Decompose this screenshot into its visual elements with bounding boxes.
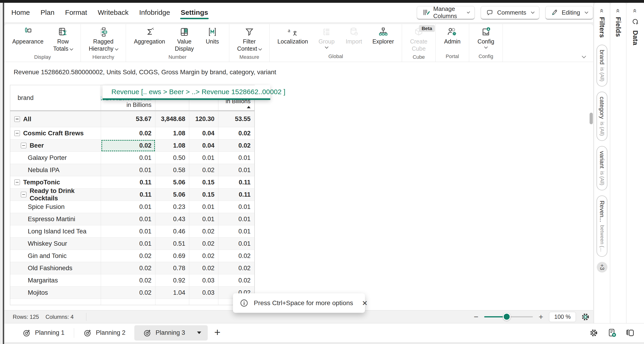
- data-cell[interactable]: 0.03: [189, 287, 218, 299]
- data-cell[interactable]: 0.02: [101, 287, 156, 299]
- zoom-in-button[interactable]: +: [538, 312, 544, 321]
- data-cell[interactable]: 0.01: [101, 201, 156, 213]
- ribbon-item-aggregation[interactable]: Aggregation: [130, 26, 168, 53]
- data-cell[interactable]: 0.11: [218, 189, 254, 201]
- data-cell[interactable]: 0.02: [101, 250, 156, 262]
- menu-item-infobridge[interactable]: Infobridge: [139, 8, 170, 16]
- data-cell[interactable]: 0.01: [218, 152, 254, 164]
- row-label-cell[interactable]: Beer: [10, 139, 101, 152]
- collapse-panel-icon[interactable]: «: [598, 9, 606, 13]
- filter-chip-brand[interactable]: brandis (All): [596, 45, 608, 86]
- sheet-tab-planning-2[interactable]: Planning 2: [74, 325, 134, 341]
- data-cell[interactable]: 1.08: [156, 139, 189, 152]
- ribbon-item-admin[interactable]: Admin: [440, 26, 464, 52]
- data-cell[interactable]: 0.02: [218, 139, 254, 152]
- row-label-cell[interactable]: Galaxy Porter: [10, 152, 101, 164]
- data-cell[interactable]: 0.51: [156, 238, 189, 250]
- add-sheet-button[interactable]: +: [214, 327, 220, 338]
- menu-item-settings[interactable]: Settings: [181, 8, 208, 16]
- collapse-toggle-icon[interactable]: [21, 192, 26, 197]
- editing-button[interactable]: Editing: [545, 6, 593, 19]
- data-cell[interactable]: 0.23: [156, 201, 189, 213]
- data-cell[interactable]: 0.92: [156, 274, 189, 287]
- data-cell[interactable]: 0.78: [156, 262, 189, 274]
- collapse-toggle-icon[interactable]: [14, 116, 20, 122]
- sheet-tab-planning-1[interactable]: Planning 1: [14, 325, 74, 341]
- row-label-cell[interactable]: Long Island Iced Tea: [10, 225, 101, 238]
- collapse-toggle-icon[interactable]: [21, 143, 26, 148]
- menu-item-writeback[interactable]: Writeback: [98, 8, 128, 16]
- data-cell[interactable]: 0.02: [101, 274, 156, 287]
- data-cell[interactable]: 0.02: [189, 225, 218, 238]
- zoom-settings-gear-icon[interactable]: [580, 312, 590, 322]
- zoom-level-value[interactable]: 100 %: [549, 312, 576, 322]
- collapse-panel-icon[interactable]: «: [631, 9, 639, 13]
- filter-chip-variant[interactable]: variantis (All): [596, 146, 608, 190]
- data-cell[interactable]: 53.55: [218, 111, 254, 127]
- collapse-toggle-icon[interactable]: [14, 130, 20, 136]
- sidebar-panel-label-data[interactable]: Data: [632, 30, 639, 45]
- zoom-out-button[interactable]: −: [473, 312, 480, 321]
- zoom-slider-thumb[interactable]: [503, 313, 510, 321]
- data-cell[interactable]: 0.02: [101, 139, 156, 152]
- data-cell[interactable]: 0.02: [218, 250, 254, 262]
- gear-icon[interactable]: [589, 328, 598, 338]
- data-cell[interactable]: 0.11: [101, 189, 156, 201]
- row-label-cell[interactable]: Ready to Drink Cocktails: [10, 189, 101, 201]
- data-cell[interactable]: 0.02: [189, 164, 218, 176]
- data-cell[interactable]: 120.30: [189, 111, 218, 127]
- data-cell[interactable]: 1.04: [156, 287, 189, 299]
- sheets-stack-icon[interactable]: [626, 328, 636, 338]
- data-cell[interactable]: 0.02: [218, 262, 254, 274]
- row-label-cell[interactable]: Gin and Tonic: [10, 250, 101, 262]
- data-cell[interactable]: 0.01: [189, 213, 218, 225]
- data-cell[interactable]: 0.15: [189, 189, 218, 201]
- row-label-cell[interactable]: Margaritas: [10, 274, 101, 287]
- data-cell[interactable]: 0.02: [101, 262, 156, 274]
- data-cell[interactable]: 0.01: [218, 238, 254, 250]
- data-cell[interactable]: 0.01: [101, 213, 156, 225]
- data-cell[interactable]: 0.43: [156, 213, 189, 225]
- data-cell[interactable]: 0.04: [189, 139, 218, 152]
- sidebar-panel-label-fields[interactable]: Fields: [614, 17, 622, 37]
- data-cell[interactable]: 3,848.68: [156, 111, 189, 127]
- data-cell[interactable]: 0.46: [156, 225, 189, 238]
- data-cell[interactable]: 53.67: [101, 111, 156, 127]
- menu-item-format[interactable]: Format: [65, 8, 87, 16]
- ribbon-item-appearance[interactable]: Appearance: [9, 26, 47, 53]
- comments-button[interactable]: Comments: [481, 6, 539, 19]
- data-cell[interactable]: 0.11: [101, 176, 156, 189]
- data-cell[interactable]: 0.15: [189, 176, 218, 189]
- more-filters-badge[interactable]: +3: [597, 262, 608, 273]
- data-cell[interactable]: 0.02: [189, 250, 218, 262]
- data-cell[interactable]: 0.11: [218, 176, 254, 189]
- ribbon-item-filter-context[interactable]: FilterContext: [234, 26, 265, 53]
- ribbon-item-localization[interactable]: aLocalization: [274, 26, 311, 52]
- data-cell[interactable]: 0.01: [101, 238, 156, 250]
- row-label-cell[interactable]: Old Fashioneds: [10, 262, 101, 274]
- sidebar-panel-label-filters[interactable]: Filters: [598, 17, 606, 38]
- data-cell[interactable]: 0.01: [101, 225, 156, 238]
- sheet-tab-planning-3[interactable]: Planning 3: [134, 325, 208, 341]
- ribbon-item-units[interactable]: Units: [200, 26, 224, 53]
- data-cell[interactable]: 0.02: [189, 262, 218, 274]
- data-cell[interactable]: 0.69: [156, 250, 189, 262]
- data-cell[interactable]: 0.01: [101, 152, 156, 164]
- data-cell[interactable]: 0.02: [101, 127, 156, 139]
- ribbon-item-config[interactable]: Config: [474, 26, 498, 52]
- data-cell[interactable]: 0.01: [218, 201, 254, 213]
- row-label-cell[interactable]: Cosmic Craft Brews: [10, 127, 101, 139]
- data-cell[interactable]: 0.02: [218, 127, 254, 139]
- row-dimension-header[interactable]: brand: [10, 85, 101, 111]
- row-label-cell[interactable]: All: [10, 111, 101, 127]
- data-cell[interactable]: 0.50: [156, 152, 189, 164]
- data-cell[interactable]: 1.08: [156, 127, 189, 139]
- refresh-icon[interactable]: [632, 18, 639, 26]
- data-cell[interactable]: 0.01: [218, 225, 254, 238]
- data-cell[interactable]: 0.03: [189, 274, 218, 287]
- tab-menu-arrow-icon[interactable]: [197, 332, 201, 334]
- row-label-cell[interactable]: Mojitos: [10, 287, 101, 299]
- row-label-cell[interactable]: Whiskey Sour: [10, 238, 101, 250]
- data-cell[interactable]: 0.02: [218, 274, 254, 287]
- row-label-cell[interactable]: Espresso Martini: [10, 213, 101, 225]
